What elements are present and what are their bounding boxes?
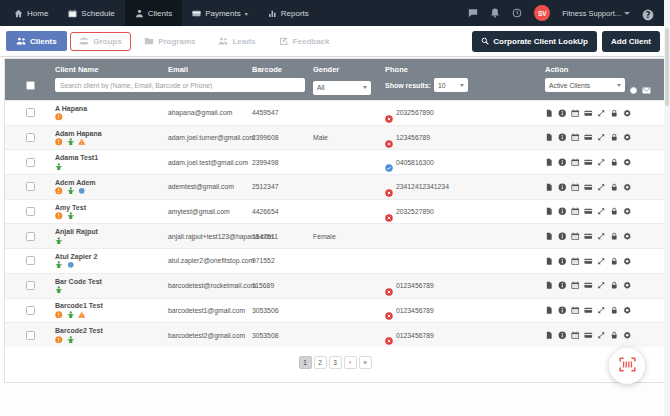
gear-icon[interactable] <box>623 257 632 266</box>
nav-item-payments[interactable]: Payments▾ <box>182 0 258 26</box>
row-checkbox[interactable] <box>26 207 35 216</box>
nav-item-clients[interactable]: Clients <box>125 0 182 26</box>
bell-icon[interactable] <box>490 8 500 18</box>
row-checkbox[interactable] <box>26 182 35 191</box>
page-button-1[interactable]: 1 <box>299 356 312 369</box>
gear-icon[interactable] <box>623 158 632 167</box>
page-button-2[interactable]: 2 <box>314 356 327 369</box>
barcode-scan-button[interactable] <box>609 348 645 384</box>
resize-icon[interactable] <box>597 133 606 142</box>
gear-icon[interactable] <box>623 306 632 315</box>
add-client-button[interactable]: Add Client <box>602 31 660 52</box>
document-icon[interactable] <box>545 158 554 167</box>
lock-icon[interactable] <box>610 158 619 167</box>
resize-icon[interactable] <box>597 306 606 315</box>
lock-icon[interactable] <box>610 207 619 216</box>
client-status-filter-select[interactable]: Active Clients <box>545 78 625 92</box>
gear-icon[interactable] <box>623 232 632 241</box>
resize-icon[interactable] <box>597 281 606 290</box>
avatar[interactable]: SV <box>534 5 550 21</box>
calendar-icon[interactable] <box>571 281 580 290</box>
calendar-icon[interactable] <box>571 109 580 118</box>
page-button-3[interactable]: 3 <box>329 356 342 369</box>
envelope-icon[interactable] <box>642 81 651 90</box>
lock-icon[interactable] <box>610 281 619 290</box>
lock-icon[interactable] <box>610 306 619 315</box>
nav-item-home[interactable]: Home <box>4 0 58 26</box>
card-icon[interactable] <box>584 158 593 167</box>
resize-icon[interactable] <box>597 158 606 167</box>
search-input[interactable] <box>55 78 305 92</box>
help-icon[interactable]: ? <box>642 7 654 19</box>
resize-icon[interactable] <box>597 109 606 118</box>
gender-filter-select[interactable]: All <box>313 81 371 95</box>
document-icon[interactable] <box>545 133 554 142</box>
gear-icon[interactable] <box>623 281 632 290</box>
card-icon[interactable] <box>584 232 593 241</box>
resize-icon[interactable] <box>597 183 606 192</box>
lock-icon[interactable] <box>610 109 619 118</box>
tab-programs[interactable]: Programs <box>134 31 205 51</box>
gear-icon[interactable] <box>623 109 632 118</box>
card-icon[interactable] <box>584 306 593 315</box>
row-checkbox[interactable] <box>26 108 35 117</box>
calendar-icon[interactable] <box>571 331 580 340</box>
vertical-scrollbar[interactable] <box>664 0 670 416</box>
calendar-icon[interactable] <box>571 207 580 216</box>
info-circle-icon[interactable] <box>558 306 567 315</box>
gear-icon[interactable] <box>623 133 632 142</box>
last-page-button[interactable]: » <box>359 356 372 369</box>
info-circle-icon[interactable] <box>558 158 567 167</box>
document-icon[interactable] <box>545 257 554 266</box>
info-circle-icon[interactable] <box>558 207 567 216</box>
select-all-checkbox[interactable] <box>26 81 35 90</box>
info-circle-icon[interactable] <box>558 331 567 340</box>
lock-icon[interactable] <box>610 232 619 241</box>
info-circle-icon[interactable] <box>558 109 567 118</box>
lock-icon[interactable] <box>610 133 619 142</box>
row-checkbox[interactable] <box>26 306 35 315</box>
calendar-icon[interactable] <box>571 158 580 167</box>
show-results-select[interactable]: 10 <box>434 78 468 92</box>
lock-icon[interactable] <box>610 257 619 266</box>
resize-icon[interactable] <box>597 257 606 266</box>
tab-leads[interactable]: Leads <box>208 31 265 51</box>
row-checkbox[interactable] <box>26 158 35 167</box>
document-icon[interactable] <box>545 306 554 315</box>
nav-item-reports[interactable]: Reports <box>258 0 319 26</box>
document-icon[interactable] <box>545 207 554 216</box>
info-circle-icon[interactable] <box>558 232 567 241</box>
calendar-icon[interactable] <box>571 232 580 241</box>
document-icon[interactable] <box>545 109 554 118</box>
row-checkbox[interactable] <box>26 232 35 241</box>
calendar-icon[interactable] <box>571 306 580 315</box>
info-circle-icon[interactable] <box>558 281 567 290</box>
document-icon[interactable] <box>545 232 554 241</box>
tab-feedback[interactable]: Feedback <box>269 31 340 51</box>
card-icon[interactable] <box>584 207 593 216</box>
resize-icon[interactable] <box>597 207 606 216</box>
row-checkbox[interactable] <box>26 133 35 142</box>
gear-icon[interactable] <box>623 183 632 192</box>
info-circle-icon[interactable] <box>558 257 567 266</box>
resize-icon[interactable] <box>597 331 606 340</box>
gear-icon[interactable] <box>629 81 638 90</box>
chat-icon[interactable] <box>468 8 478 18</box>
document-icon[interactable] <box>545 183 554 192</box>
nav-item-schedule[interactable]: Schedule <box>58 0 124 26</box>
gear-icon[interactable] <box>623 207 632 216</box>
info-circle-icon[interactable] <box>558 183 567 192</box>
next-page-button[interactable]: › <box>344 356 357 369</box>
tab-groups[interactable]: Groups <box>70 32 131 51</box>
calendar-icon[interactable] <box>571 257 580 266</box>
lock-icon[interactable] <box>610 183 619 192</box>
calendar-icon[interactable] <box>571 183 580 192</box>
tab-clients[interactable]: Clients <box>6 31 67 51</box>
card-icon[interactable] <box>584 183 593 192</box>
row-checkbox[interactable] <box>26 256 35 265</box>
row-checkbox[interactable] <box>26 331 35 340</box>
info-circle-icon[interactable] <box>558 133 567 142</box>
corporate-client-lookup-button[interactable]: Corporate Client LookUp <box>472 31 597 52</box>
calendar-icon[interactable] <box>571 133 580 142</box>
resize-icon[interactable] <box>597 232 606 241</box>
